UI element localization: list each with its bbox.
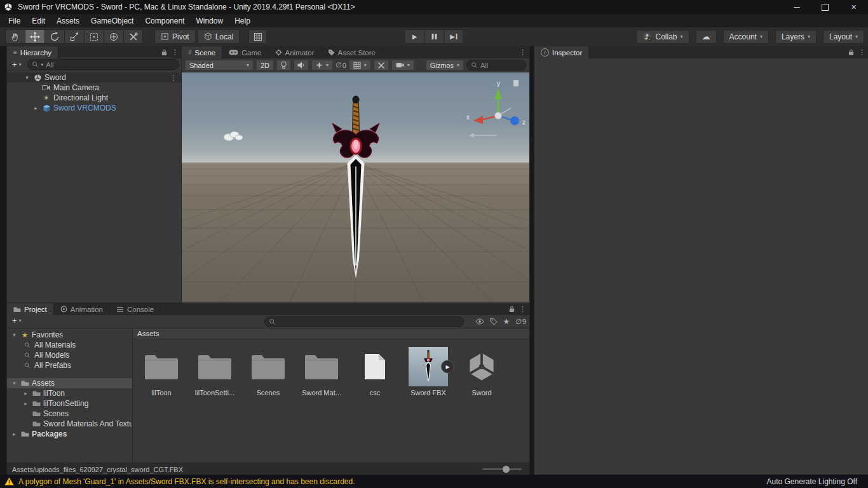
tree-assets-root[interactable]: ▾ Assets [7, 378, 132, 388]
hierarchy-item-main-camera[interactable]: Main Camera [7, 83, 182, 93]
foldout-closed-icon[interactable]: ▸ [11, 431, 18, 437]
menu-gameobject[interactable]: GameObject [85, 15, 139, 27]
tree-folder-liltoonsetting[interactable]: ▸ lilToonSetting [7, 398, 132, 409]
local-toggle-button[interactable]: Local [198, 29, 240, 44]
tab-console[interactable]: Console [110, 303, 161, 315]
asset-item-liltoonsetting[interactable]: lilToonSetti... [193, 347, 237, 396]
hierarchy-search-input[interactable]: ▾ All [27, 59, 179, 70]
thumbnail-zoom-slider[interactable] [482, 468, 522, 470]
menu-window[interactable]: Window [190, 15, 229, 27]
menu-component[interactable]: Component [139, 15, 190, 27]
asset-item-scenes[interactable]: Scenes [246, 347, 290, 396]
rect-tool-button[interactable] [84, 29, 104, 44]
tree-favorites[interactable]: ▾ ★ Favorites [7, 330, 132, 340]
tree-all-models[interactable]: All Models [7, 350, 132, 360]
scene-lighting-toggle[interactable] [276, 60, 291, 71]
scene-visibility-count[interactable]: ∅0 [336, 61, 346, 69]
preview-play-icon[interactable]: ▶ [441, 360, 454, 374]
play-button[interactable]: ▶ [405, 29, 424, 44]
foldout-open-icon[interactable]: ▾ [11, 380, 18, 386]
tab-hierarchy[interactable]: ≡ Hierarchy [7, 46, 58, 58]
step-button[interactable]: ▶ [444, 29, 464, 44]
menu-edit[interactable]: Edit [26, 15, 51, 27]
tree-folder-sword-materials[interactable]: Sword Materials And Texture [7, 419, 132, 429]
tab-animation[interactable]: Animation [54, 303, 110, 315]
layout-dropdown[interactable]: Layout▾ [823, 30, 864, 44]
scene-audio-toggle[interactable] [294, 60, 309, 71]
hidden-packages-count[interactable]: ∅9 [515, 318, 526, 326]
menu-file[interactable]: File [3, 15, 26, 27]
rotate-tool-button[interactable] [44, 29, 64, 44]
scale-tool-button[interactable] [64, 29, 84, 44]
hierarchy-item-directional-light[interactable]: ☀ Directional Light [7, 93, 182, 103]
search-by-label-icon[interactable] [490, 318, 498, 325]
panel-menu-icon[interactable]: ⋮ [519, 305, 526, 313]
tree-folder-liltoon[interactable]: ▸ lilToon [7, 388, 132, 398]
create-asset-button[interactable]: +▾ [10, 316, 24, 325]
asset-item-sword-scene[interactable]: Sword [459, 347, 504, 396]
foldout-closed-icon[interactable]: ▸ [22, 390, 29, 396]
panel-menu-icon[interactable]: ⋮ [172, 48, 179, 57]
console-warning-message[interactable]: A polygon of Mesh 'Guard_1' in Assets/Sw… [18, 477, 355, 486]
scene-effects-dropdown[interactable]: ▾ [311, 60, 333, 71]
account-dropdown[interactable]: Account▾ [723, 30, 769, 44]
2d-toggle-button[interactable]: 2D [256, 60, 274, 71]
scene-viewport[interactable]: y x z [182, 72, 529, 302]
grid-visibility-dropdown[interactable]: ▾ [349, 60, 371, 71]
tab-animator[interactable]: Animator [269, 46, 322, 58]
asset-item-liltoon[interactable]: lilToon [139, 347, 184, 396]
tree-all-prefabs[interactable]: All Prefabs [7, 360, 132, 370]
tab-asset-store[interactable]: Asset Store [322, 46, 383, 58]
pause-button[interactable] [424, 29, 444, 44]
tab-scene[interactable]: # Scene [182, 46, 222, 58]
foldout-open-icon[interactable]: ▾ [24, 74, 31, 81]
asset-item-sword-fbx[interactable]: ▶ Sword FBX [406, 347, 451, 396]
minimize-button[interactable] [782, 0, 811, 14]
search-by-type-icon[interactable] [475, 318, 484, 325]
tree-all-materials[interactable]: All Materials [7, 340, 132, 350]
slider-knob[interactable] [503, 466, 510, 473]
hand-tool-button[interactable] [5, 29, 25, 44]
maximize-button[interactable] [811, 0, 839, 14]
draw-mode-dropdown[interactable]: Shaded▾ [185, 60, 254, 71]
pivot-toggle-button[interactable]: Pivot [154, 29, 196, 44]
collab-dropdown[interactable]: Collab▾ [636, 30, 689, 44]
asset-item-sword-materials[interactable]: Sword Mat... [299, 347, 344, 396]
tree-packages-root[interactable]: ▸ Packages [7, 429, 132, 439]
project-search-input[interactable] [264, 316, 464, 327]
persp-indicator-icon[interactable] [469, 131, 505, 140]
transform-tool-button[interactable] [104, 29, 123, 44]
asset-item-csc[interactable]: csc [353, 347, 397, 396]
create-menu-button[interactable]: +▾ [10, 60, 24, 69]
auto-generate-lighting-status[interactable]: Auto Generate Lighting Off [766, 477, 857, 486]
lock-icon[interactable] [848, 49, 854, 56]
foldout-closed-icon[interactable]: ▸ [32, 105, 39, 111]
cloud-services-button[interactable]: ☁ [696, 30, 717, 44]
foldout-open-icon[interactable]: ▾ [11, 332, 18, 338]
panel-menu-icon[interactable]: ⋮ [858, 48, 865, 57]
layers-dropdown[interactable]: Layers▾ [775, 30, 817, 44]
panel-menu-icon[interactable]: ⋮ [519, 48, 526, 57]
tree-folder-scenes[interactable]: Scenes [7, 409, 132, 419]
lock-icon[interactable] [161, 49, 167, 56]
scene-camera-dropdown[interactable]: ▾ [391, 60, 414, 71]
tab-project[interactable]: Project [7, 303, 54, 315]
status-bar[interactable]: A polygon of Mesh 'Guard_1' in Assets/Sw… [0, 475, 868, 488]
menu-help[interactable]: Help [229, 15, 256, 27]
custom-tool-button[interactable] [123, 29, 143, 44]
search-filter-caret-icon[interactable]: ▾ [41, 62, 44, 67]
sword-model[interactable] [327, 95, 384, 286]
tab-inspector[interactable]: i Inspector [534, 46, 589, 58]
hierarchy-scene-row[interactable]: ▾ Sword ⋮ [7, 72, 182, 83]
save-search-icon[interactable]: ★ [503, 317, 510, 326]
move-tool-button[interactable] [25, 29, 44, 44]
close-button[interactable]: × [839, 0, 868, 14]
foldout-closed-icon[interactable]: ▸ [22, 400, 29, 407]
scene-search-input[interactable]: All [466, 60, 526, 71]
hierarchy-item-sword-vrcmods[interactable]: ▸ Sword VRCMODS [7, 103, 182, 113]
component-tools-button[interactable] [374, 60, 389, 71]
lock-icon[interactable] [509, 306, 515, 313]
viewport-lock-icon[interactable] [513, 80, 519, 86]
scene-options-icon[interactable]: ⋮ [170, 74, 177, 82]
grid-snap-button[interactable] [248, 29, 267, 44]
